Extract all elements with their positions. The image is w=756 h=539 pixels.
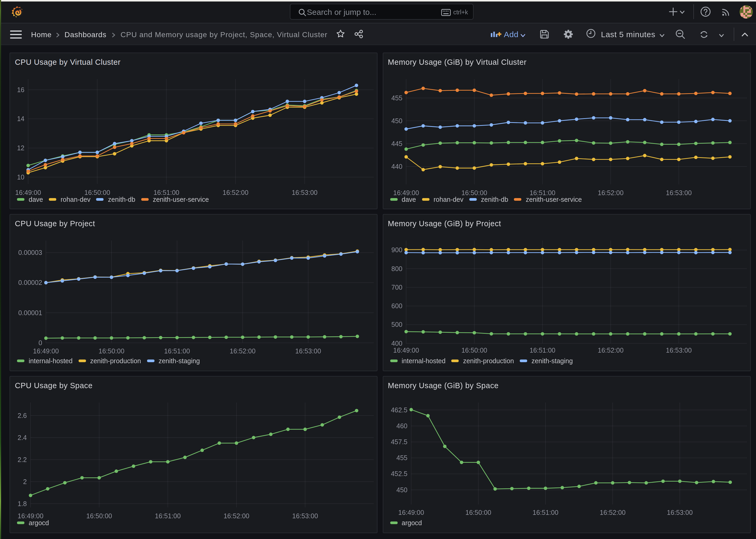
svg-text:16:52:00: 16:52:00 xyxy=(599,509,625,516)
svg-text:16:53:00: 16:53:00 xyxy=(292,189,317,196)
svg-text:16:52:00: 16:52:00 xyxy=(597,346,623,354)
svg-text:16:52:00: 16:52:00 xyxy=(597,189,623,196)
svg-text:440: 440 xyxy=(391,163,402,170)
svg-text:2.4: 2.4 xyxy=(18,434,27,441)
svg-text:455: 455 xyxy=(391,94,402,102)
svg-text:16:49:00: 16:49:00 xyxy=(33,347,59,355)
svg-text:450: 450 xyxy=(391,117,402,124)
svg-text:16:50:00: 16:50:00 xyxy=(86,512,112,520)
svg-text:0.00001: 0.00001 xyxy=(18,309,42,317)
svg-text:2: 2 xyxy=(23,478,27,485)
svg-text:16:53:00: 16:53:00 xyxy=(666,189,692,196)
svg-text:2.2: 2.2 xyxy=(18,456,27,463)
svg-text:16:49:00: 16:49:00 xyxy=(393,346,419,354)
svg-text:460: 460 xyxy=(396,422,407,429)
svg-text:14: 14 xyxy=(17,115,25,122)
svg-text:12: 12 xyxy=(17,144,25,152)
svg-text:500: 500 xyxy=(391,321,402,328)
svg-text:450: 450 xyxy=(396,486,407,494)
svg-text:445: 445 xyxy=(391,140,402,147)
svg-text:16:51:00: 16:51:00 xyxy=(532,509,558,516)
svg-text:16:49:00: 16:49:00 xyxy=(398,509,424,516)
svg-text:16:50:00: 16:50:00 xyxy=(99,347,124,355)
svg-text:16:51:00: 16:51:00 xyxy=(529,346,555,354)
svg-text:457.5: 457.5 xyxy=(390,438,407,445)
svg-text:900: 900 xyxy=(391,246,402,254)
svg-text:462.5: 462.5 xyxy=(390,406,407,414)
svg-text:16:50:00: 16:50:00 xyxy=(461,346,487,354)
svg-text:0.00002: 0.00002 xyxy=(18,279,42,286)
svg-text:0: 0 xyxy=(38,339,42,346)
svg-text:16: 16 xyxy=(17,86,25,94)
svg-text:16:52:00: 16:52:00 xyxy=(224,512,249,520)
svg-text:400: 400 xyxy=(391,340,402,347)
svg-text:10: 10 xyxy=(17,173,25,181)
svg-text:16:53:00: 16:53:00 xyxy=(292,512,318,520)
svg-text:452.5: 452.5 xyxy=(390,470,407,477)
svg-text:16:50:00: 16:50:00 xyxy=(465,509,491,516)
svg-text:700: 700 xyxy=(391,283,402,291)
svg-text:1.8: 1.8 xyxy=(18,500,27,507)
svg-text:16:53:00: 16:53:00 xyxy=(295,347,321,355)
svg-text:16:52:00: 16:52:00 xyxy=(230,347,255,355)
svg-text:0.00003: 0.00003 xyxy=(18,249,42,256)
svg-text:2.6: 2.6 xyxy=(18,412,27,419)
svg-text:600: 600 xyxy=(391,302,402,310)
svg-text:16:52:00: 16:52:00 xyxy=(223,189,248,196)
svg-text:455: 455 xyxy=(396,454,407,461)
svg-text:16:51:00: 16:51:00 xyxy=(155,512,181,520)
svg-text:16:53:00: 16:53:00 xyxy=(666,509,692,516)
svg-text:800: 800 xyxy=(391,265,402,272)
svg-text:16:51:00: 16:51:00 xyxy=(164,347,190,355)
svg-text:16:53:00: 16:53:00 xyxy=(666,346,692,354)
